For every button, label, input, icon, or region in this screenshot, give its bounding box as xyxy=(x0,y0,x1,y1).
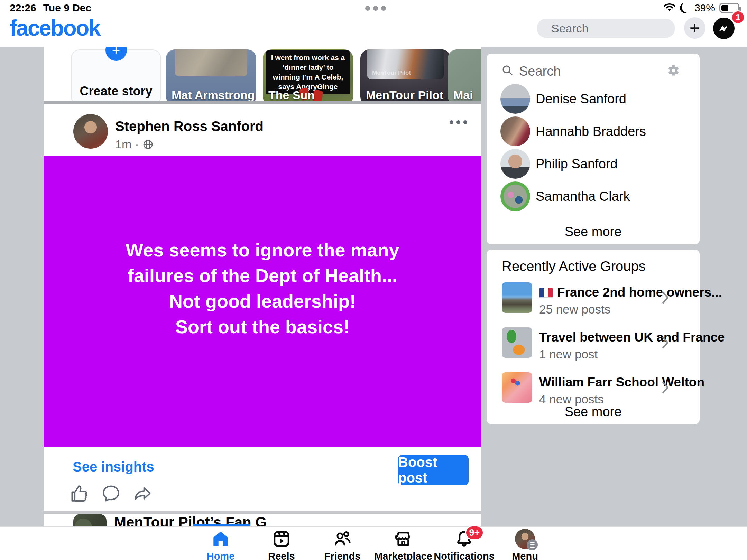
create-post-button[interactable]: + xyxy=(684,17,706,39)
contact-row[interactable]: Hannahb Bradders xyxy=(487,116,700,149)
wifi-icon xyxy=(663,3,676,13)
plus-icon: + xyxy=(690,19,700,37)
group-meta: 25 new posts xyxy=(539,302,610,316)
do-not-disturb-moon-icon xyxy=(680,3,690,13)
story-label: Mat Armstrong xyxy=(172,88,255,101)
nav-tab-reels[interactable]: Reels xyxy=(251,529,312,560)
friends-icon xyxy=(332,529,352,549)
status-bar-left: 22:26 Tue 9 Dec xyxy=(10,2,91,14)
post-actions xyxy=(69,483,153,503)
nav-tab-marketplace[interactable]: Marketplace xyxy=(373,529,434,560)
menu-avatar-icon xyxy=(515,529,535,549)
contact-avatar xyxy=(500,116,530,146)
facebook-ipad-app: 22:26 Tue 9 Dec 39% facebook Search + 1 xyxy=(0,0,747,560)
post-options-button[interactable] xyxy=(450,120,467,124)
contact-row[interactable]: Philip Sanford xyxy=(487,149,700,181)
facebook-logo: facebook xyxy=(10,15,100,41)
group-name: France 2nd home owners... xyxy=(539,285,722,300)
contact-name: Philip Sanford xyxy=(536,157,618,171)
france-flag-icon xyxy=(539,288,553,298)
post-meta: 1m · xyxy=(115,138,154,151)
post-text-line: Sort out the basics! xyxy=(126,314,399,339)
recently-active-groups-panel: Recently Active Groups France 2nd home o… xyxy=(487,250,700,424)
story-card[interactable]: MenTour Pilot MenTour Pilot xyxy=(360,49,451,101)
next-post-partial[interactable]: MenTour Pilot’s Fan G xyxy=(44,514,481,526)
contacts-search-placeholder: Search xyxy=(519,64,561,79)
chevron-right-icon xyxy=(660,336,671,349)
create-story-label: Create story xyxy=(72,83,160,99)
story-watermark: MenTour Pilot xyxy=(372,69,411,76)
story-label: MenTour Pilot xyxy=(366,88,443,101)
group-meta: 4 new posts xyxy=(539,392,604,406)
status-time: 22:26 xyxy=(10,2,36,14)
post-author-avatar[interactable] xyxy=(73,114,108,149)
contacts-search-row[interactable]: Search xyxy=(487,61,700,82)
story-label: Mai xyxy=(453,88,473,101)
post-image[interactable]: Wes seems to ignore the many failures of… xyxy=(44,156,481,447)
contact-name: Denise Sanford xyxy=(536,92,626,106)
home-icon xyxy=(211,529,231,549)
see-insights-link[interactable]: See insights xyxy=(73,459,154,475)
section-divider xyxy=(44,101,481,104)
create-story-card[interactable]: + Create story xyxy=(71,49,161,101)
post-text-line: Not good leadership! xyxy=(126,288,399,314)
boost-post-button[interactable]: Boost post xyxy=(398,455,469,485)
contact-row[interactable]: Denise Sanford xyxy=(487,84,700,116)
post-text-line: Wes seems to ignore the many xyxy=(126,237,399,263)
section-divider xyxy=(44,511,481,514)
notifications-badge: 9+ xyxy=(465,525,484,540)
nav-tab-friends[interactable]: Friends xyxy=(312,529,373,560)
nav-tab-menu[interactable]: Menu xyxy=(495,529,555,560)
nav-tab-home[interactable]: Home xyxy=(190,529,251,560)
group-row[interactable]: France 2nd home owners... 25 new posts xyxy=(487,282,700,320)
stories-row: + Create story Mat Armstrong I went from… xyxy=(44,47,481,101)
comment-button[interactable] xyxy=(101,483,121,503)
post-timestamp: 1m xyxy=(115,138,131,151)
chevron-right-icon xyxy=(660,291,671,305)
header-search-placeholder: Search xyxy=(551,22,589,35)
search-icon xyxy=(501,64,514,76)
chevron-right-icon xyxy=(660,381,671,394)
story-thumbnail xyxy=(175,49,247,76)
gear-icon[interactable] xyxy=(666,63,680,78)
multitask-dots-handle[interactable] xyxy=(365,6,386,11)
messenger-button[interactable] xyxy=(713,18,735,39)
messenger-icon xyxy=(717,22,730,35)
contacts-panel: Search Denise Sanford Hannahb Bradders P… xyxy=(487,54,700,244)
group-thumbnail xyxy=(502,327,532,358)
group-name: Travel between UK and France xyxy=(539,330,725,345)
battery-percent: 39% xyxy=(694,2,715,14)
share-button[interactable] xyxy=(133,483,153,503)
contact-avatar xyxy=(500,84,530,114)
meta-separator: · xyxy=(135,138,139,151)
status-bar-right: 39% xyxy=(663,2,739,14)
nav-tab-notifications[interactable]: 9+ Notifications xyxy=(434,529,495,560)
group-name: William Farr School Welton xyxy=(539,375,704,390)
create-story-plus-icon: + xyxy=(105,47,127,61)
contact-name: Samantha Clark xyxy=(536,189,630,204)
messenger-unread-badge: 1 xyxy=(731,10,745,24)
like-button[interactable] xyxy=(69,483,89,503)
post-text-line: failures of the Dept of Health... xyxy=(126,263,399,288)
groups-see-more[interactable]: See more xyxy=(487,404,700,419)
post-text-block: Wes seems to ignore the many failures of… xyxy=(126,237,399,339)
globe-privacy-icon xyxy=(142,139,154,150)
story-card[interactable]: Mai xyxy=(448,49,481,101)
status-date: Tue 9 Dec xyxy=(43,2,92,14)
contact-row[interactable]: Samantha Clark xyxy=(487,181,700,214)
story-card[interactable]: Mat Armstrong xyxy=(166,49,256,101)
reels-icon xyxy=(271,529,292,549)
notifications-bell-icon: 9+ xyxy=(454,529,474,549)
post-author-name[interactable]: Stephen Ross Sanford xyxy=(115,119,264,134)
story-caption: I went from work as a ‘dinner lady’ to w… xyxy=(266,50,350,94)
marketplace-icon xyxy=(393,529,413,549)
contacts-see-more[interactable]: See more xyxy=(487,224,700,239)
header-search-input[interactable]: Search xyxy=(537,19,675,38)
contact-avatar xyxy=(500,149,530,179)
story-card[interactable]: I went from work as a ‘dinner lady’ to w… xyxy=(263,49,353,101)
group-row[interactable]: Travel between UK and France 1 new post xyxy=(487,327,700,365)
groups-panel-title: Recently Active Groups xyxy=(502,259,646,274)
story-label: The Sun xyxy=(268,88,315,101)
group-meta: 1 new post xyxy=(539,347,598,361)
contact-avatar xyxy=(500,181,530,211)
